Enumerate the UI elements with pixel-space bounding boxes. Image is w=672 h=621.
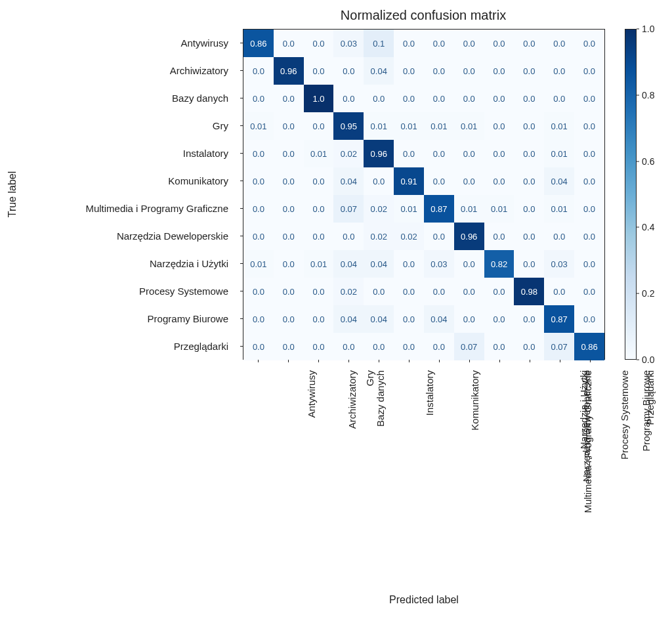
heatmap-cell: 0.04 [333,250,364,278]
heatmap-cell: 0.0 [274,140,304,167]
heatmap-cell: 0.0 [424,140,454,167]
heatmap-cell: 0.0 [274,167,304,195]
heatmap-cell: 0.04 [424,305,454,333]
heatmap-cell: 0.0 [484,140,514,167]
heatmap-cell: 0.03 [424,250,454,278]
colorbar-tick-label: 0.4 [642,222,654,232]
x-tick-label: Komunikatory [469,370,480,431]
heatmap-cell: 0.0 [274,195,304,223]
heatmap-cell: 0.0 [424,278,454,305]
heatmap-cell: 0.0 [394,250,424,278]
heatmap-cell: 0.04 [364,305,394,333]
heatmap-cell: 0.04 [544,167,574,195]
heatmap-cell: 0.0 [574,250,604,278]
heatmap-cell: 0.0 [243,333,274,360]
heatmap-cell: 0.0 [484,30,514,57]
heatmap-cell: 0.0 [454,30,484,57]
heatmap-cell: 0.0 [544,278,574,305]
heatmap-cell: 0.0 [514,250,544,278]
heatmap-cell: 0.0 [304,30,334,57]
heatmap-cell: 0.82 [484,250,514,278]
heatmap-cell: 0.0 [544,57,574,85]
heatmap-cell: 0.0 [274,112,304,140]
heatmap-cell: 0.01 [544,140,574,167]
heatmap-cell: 0.0 [243,223,274,250]
heatmap-cell: 0.02 [364,195,394,223]
y-tick-label: Komunikatory [0,176,228,186]
heatmap-cell: 0.0 [304,278,334,305]
heatmap-cell: 0.0 [484,223,514,250]
y-tick-label: Narzędzia Deweloperskie [0,231,228,241]
heatmap-cell: 0.0 [514,195,544,223]
heatmap-cell: 0.0 [514,57,544,85]
y-tick-marks [240,29,243,360]
heatmap-cell: 0.0 [274,85,304,112]
heatmap-cell: 0.0 [333,333,364,360]
heatmap-cell: 0.0 [424,85,454,112]
heatmap-cell: 0.0 [514,333,544,360]
heatmap-cell: 0.0 [574,223,604,250]
heatmap-cell: 0.0 [484,85,514,112]
heatmap-cell: 0.0 [243,278,274,305]
y-tick-label: Bazy danych [0,93,228,103]
colorbar-tick-label: 0.6 [642,156,654,167]
heatmap-cell: 0.0 [514,85,544,112]
heatmap-cell: 0.0 [454,305,484,333]
heatmap-cell: 0.0 [424,30,454,57]
heatmap-cell: 0.0 [394,57,424,85]
heatmap-cell: 0.0 [243,85,274,112]
heatmap-cell: 0.91 [394,167,424,195]
heatmap-cell: 0.0 [304,223,334,250]
heatmap-cell: 0.01 [544,195,574,223]
y-tick-labels: AntywirusyArchiwizatoryBazy danychGryIns… [0,29,236,360]
heatmap-cell: 0.01 [243,112,274,140]
y-tick-label: Archiwizatory [0,66,228,75]
heatmap-cell: 0.03 [544,250,574,278]
heatmap-cell: 0.87 [424,195,454,223]
heatmap-cell: 0.0 [394,305,424,333]
colorbar-tick-label: 0.0 [642,354,654,365]
heatmap-cell: 0.0 [394,30,424,57]
heatmap-grid: 0.860.00.00.030.10.00.00.00.00.00.00.00.… [243,29,605,360]
heatmap-cell: 0.01 [544,112,574,140]
heatmap-cell: 0.0 [243,195,274,223]
y-tick-label: Programy Biurowe [0,314,228,324]
heatmap-cell: 0.01 [394,195,424,223]
heatmap-cell: 0.0 [514,167,544,195]
heatmap-cell: 0.86 [243,30,274,57]
heatmap-cell: 0.0 [274,250,304,278]
heatmap-cell: 0.0 [484,167,514,195]
heatmap-cell: 0.02 [394,223,424,250]
heatmap-cell: 0.0 [304,305,334,333]
heatmap-cell: 0.0 [394,333,424,360]
x-tick-label: Przeglądarki [644,370,656,425]
heatmap-cell: 0.86 [574,333,604,360]
heatmap-cell: 0.0 [574,30,604,57]
x-tick-marks [243,360,605,362]
heatmap-cell: 0.0 [274,278,304,305]
heatmap-cell: 0.04 [333,167,364,195]
heatmap-cell: 0.0 [424,57,454,85]
heatmap-cell: 0.0 [574,167,604,195]
heatmap-cell: 0.0 [484,333,514,360]
heatmap-cell: 0.1 [364,30,394,57]
heatmap-cell: 0.0 [304,333,334,360]
x-tick-label: Procesy Systemowe [619,370,630,460]
x-tick-label: Archiwizatory [346,370,358,429]
heatmap-cell: 0.0 [424,333,454,360]
heatmap-cell: 0.0 [243,167,274,195]
y-tick-label: Instalatory [0,148,228,158]
heatmap-cell: 0.07 [454,333,484,360]
heatmap-cell: 0.07 [333,195,364,223]
heatmap-cell: 0.0 [243,57,274,85]
heatmap-cell: 0.0 [454,57,484,85]
colorbar-tick-label: 1.0 [642,24,654,34]
heatmap-cell: 0.01 [304,140,334,167]
colorbar [625,29,637,360]
y-tick-label: Gry [0,121,228,131]
heatmap-cell: 0.0 [274,305,304,333]
y-tick-label: Multimedia i Programy Graficzne [0,203,228,213]
y-tick-label: Narzędzia i Użytki [0,259,228,268]
heatmap-cell: 0.0 [544,223,574,250]
heatmap-cell: 0.0 [484,278,514,305]
